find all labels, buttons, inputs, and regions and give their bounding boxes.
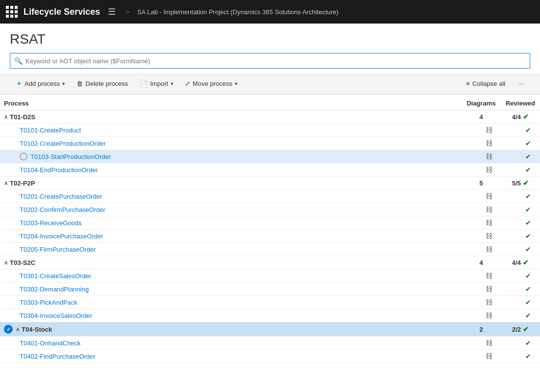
table-row[interactable]: ∧ T02-P2P55/5 ✔ xyxy=(0,177,540,190)
child-label: T0303-PickAndPack xyxy=(20,299,77,306)
process-child-cell: T0104-EndProductionOrder xyxy=(0,163,462,177)
diagram-icon: ⛓ xyxy=(462,350,501,363)
hamburger-icon[interactable]: ☰ xyxy=(106,4,118,19)
diagrams-count: 4 xyxy=(462,110,501,124)
diagram-icon: ⛓ xyxy=(462,243,501,256)
child-label: T0104-EndProductionOrder xyxy=(20,166,98,174)
search-input[interactable] xyxy=(26,57,526,65)
diagrams-count: 2 xyxy=(462,322,501,337)
reviewed-count: 4/4 ✔ xyxy=(501,110,540,124)
search-icon: 🔍 xyxy=(14,57,23,65)
diagram-icon: ⛓ xyxy=(462,216,501,230)
reviewed-check: ✔ xyxy=(501,163,540,177)
table-row[interactable]: T0303-PickAndPack⛓✔ xyxy=(0,296,540,309)
reviewed-count: 5/5 ✔ xyxy=(501,177,540,190)
table-row[interactable]: T0203-ReceiveGoods⛓✔ xyxy=(0,216,540,230)
group-label: T02-P2P xyxy=(10,180,35,187)
process-child-cell: T0301-CreateSalesOrder xyxy=(0,269,462,283)
page-title: RSAT xyxy=(0,24,540,53)
group-label: T04-Stock xyxy=(22,326,52,333)
collapse-all-icon: ≡ xyxy=(466,80,470,87)
diagrams-count: 5 xyxy=(462,177,501,190)
table-row[interactable]: T0202-ConfirmPurchaseOrder⛓✔ xyxy=(0,203,540,216)
group-label: T03-S2C xyxy=(10,259,35,266)
import-button[interactable]: 📄 Import ▾ xyxy=(134,78,179,90)
reviewed-count: 2/2 ✔ xyxy=(501,322,540,337)
check-green-icon: ✔ xyxy=(525,298,531,306)
check-green-icon: ✔ xyxy=(525,219,531,227)
table-row[interactable]: T0302-DemandPlanning⛓✔ xyxy=(0,283,540,296)
reviewed-check: ✔ xyxy=(501,269,540,283)
table-row[interactable]: ∧ T01-D2S44/4 ✔ xyxy=(0,110,540,124)
collapse-arrow-icon[interactable]: ∧ xyxy=(4,114,8,120)
reviewed-check: ✔ xyxy=(501,350,540,363)
process-group-cell: ✓∧ T04-Stock xyxy=(0,322,462,337)
child-label: T0101-CreateProduct xyxy=(20,127,81,134)
search-bar[interactable]: 🔍 xyxy=(10,53,530,69)
table-row[interactable]: T0205-FirmPurchaseOrder⛓✔ xyxy=(0,243,540,256)
table-row[interactable]: ∧ T03-S2C44/4 ✔ xyxy=(0,256,540,269)
child-label: T0103-StartProductionOrder xyxy=(30,153,111,160)
table-row[interactable]: T0101-CreateProduct⛓✔ xyxy=(0,124,540,137)
process-child-cell: T0401-OnhandCheck xyxy=(0,337,462,350)
diagram-icon: ⛓ xyxy=(462,190,501,203)
reviewed-check: ✔ xyxy=(501,137,540,150)
delete-process-button[interactable]: 🗑 Delete process xyxy=(71,78,134,90)
plus-icon: ＋ xyxy=(16,79,22,88)
child-label: T0304-InvoiceSalesOrder xyxy=(20,312,92,319)
check-green-icon: ✔ xyxy=(525,166,531,174)
import-label: Import xyxy=(150,80,168,87)
reviewed-check: ✔ xyxy=(501,283,540,296)
process-child-cell: T0304-InvoiceSalesOrder xyxy=(0,309,462,322)
process-child-cell: T0102-CreateProductionOrder xyxy=(0,137,462,150)
child-label: T0201-CreatePurchaseOrder xyxy=(20,193,102,200)
waffle-menu[interactable] xyxy=(6,6,18,18)
delete-icon: 🗑 xyxy=(77,80,83,87)
table-row[interactable]: T0201-CreatePurchaseOrder⛓✔ xyxy=(0,190,540,203)
table-row[interactable]: T0304-InvoiceSalesOrder⛓✔ xyxy=(0,309,540,322)
collapse-arrow-icon[interactable]: ∧ xyxy=(4,260,8,266)
process-child-cell: T0201-CreatePurchaseOrder xyxy=(0,190,462,203)
import-chevron: ▾ xyxy=(171,81,173,86)
process-child-cell: T0402-FindPurchaseOrder xyxy=(0,350,462,363)
collapse-arrow-icon[interactable]: ∧ xyxy=(16,326,20,333)
table-row[interactable]: T0204-InvoicePurchaseOrder⛓✔ xyxy=(0,230,540,243)
collapse-arrow-icon[interactable]: ∧ xyxy=(4,180,8,186)
move-icon: ⤢ xyxy=(185,80,190,87)
add-process-button[interactable]: ＋ Add process ▾ xyxy=(10,77,71,90)
table-row[interactable]: ✓∧ T04-Stock22/2 ✔ xyxy=(0,322,540,337)
child-label: T0301-CreateSalesOrder xyxy=(20,272,91,280)
check-green-icon: ✔ xyxy=(525,139,531,147)
diagram-icon: ⛓ xyxy=(462,283,501,296)
diagram-icon: ⛓ xyxy=(462,124,501,137)
table-row[interactable]: T0102-CreateProductionOrder⛓✔ xyxy=(0,137,540,150)
group-label: T01-D2S xyxy=(10,113,35,121)
table-row[interactable]: T0401-OnhandCheck⛓✔ xyxy=(0,337,540,350)
child-label: T0402-FindPurchaseOrder xyxy=(20,353,96,360)
diagrams-count: 4 xyxy=(462,256,501,269)
table-row[interactable]: T0103-StartProductionOrder⛓✔ xyxy=(0,150,540,163)
move-process-chevron: ▾ xyxy=(235,81,237,86)
check-green-icon: ✔ xyxy=(525,192,531,200)
move-process-label: Move process xyxy=(193,80,232,87)
process-child-cell: T0203-ReceiveGoods xyxy=(0,216,462,230)
table-row[interactable]: T0104-EndProductionOrder⛓✔ xyxy=(0,163,540,177)
process-child-cell: T0101-CreateProduct xyxy=(0,124,462,137)
process-table: Process Diagrams Reviewed ∧ T01-D2S44/4 … xyxy=(0,97,540,363)
child-label: T0401-OnhandCheck xyxy=(20,340,80,347)
toolbar: ＋ Add process ▾ 🗑 Delete process 📄 Impor… xyxy=(0,73,540,95)
table-row[interactable]: T0301-CreateSalesOrder⛓✔ xyxy=(0,269,540,283)
delete-process-label: Delete process xyxy=(85,80,128,87)
reviewed-check: ✔ xyxy=(501,150,540,163)
child-label: T0302-DemandPlanning xyxy=(20,286,89,293)
collapse-all-button[interactable]: ≡ Collapse all xyxy=(460,78,511,90)
more-options-button[interactable]: ··· xyxy=(513,78,530,90)
table-row[interactable]: T0402-FindPurchaseOrder⛓✔ xyxy=(0,350,540,363)
check-green-icon: ✔ xyxy=(525,352,531,360)
reviewed-check: ✔ xyxy=(501,203,540,216)
diagram-icon: ⛓ xyxy=(462,137,501,150)
col-header-reviewed: Reviewed xyxy=(501,97,540,110)
reviewed-count: 4/4 ✔ xyxy=(501,256,540,269)
process-group-cell: ∧ T01-D2S xyxy=(0,110,462,124)
move-process-button[interactable]: ⤢ Move process ▾ xyxy=(179,78,243,90)
